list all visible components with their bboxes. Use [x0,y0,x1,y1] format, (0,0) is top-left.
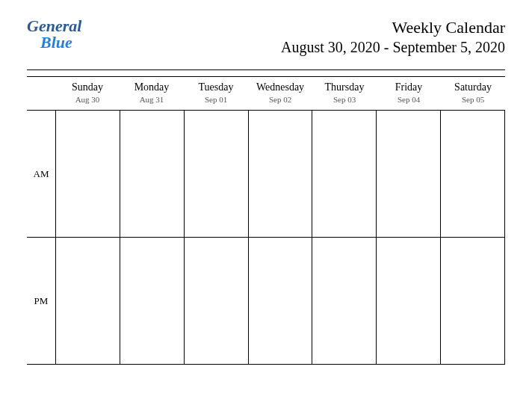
day-header: Tuesday Sep 01 [184,77,248,110]
cell-am-fri [377,111,441,238]
day-name: Sunday [55,81,120,93]
cell-am-mon [120,111,185,238]
cell-am-tue [185,111,249,238]
day-date: Aug 30 [55,95,120,104]
row-label-am: AM [27,111,55,238]
cell-am-sun [56,111,120,238]
day-date: Sep 02 [248,95,312,104]
day-date: Aug 31 [120,95,184,104]
day-header: Saturday Sep 05 [441,77,505,110]
header-divider [27,69,505,70]
day-name: Saturday [441,81,505,93]
day-name: Tuesday [184,81,248,93]
day-name: Friday [377,81,441,93]
cell-pm-sat [441,238,505,365]
title-block: Weekly Calendar August 30, 2020 - Septem… [281,18,505,56]
cell-pm-mon [120,238,185,365]
days-header: Sunday Aug 30 Monday Aug 31 Tuesday Sep … [27,77,505,110]
cell-pm-thu [312,238,377,365]
day-date: Sep 03 [312,95,377,104]
logo-general: General [27,18,81,34]
cell-am-thu [312,111,377,238]
row-label-pm: PM [27,238,55,364]
page-title: Weekly Calendar [281,18,505,37]
day-date: Sep 01 [184,95,248,104]
grid-cells [55,110,505,365]
day-header: Sunday Aug 30 [55,77,120,110]
calendar: Sunday Aug 30 Monday Aug 31 Tuesday Sep … [27,76,505,365]
cell-pm-tue [185,238,249,365]
cell-pm-fri [377,238,441,365]
day-date: Sep 04 [377,95,441,104]
day-header: Friday Sep 04 [377,77,441,110]
date-range: August 30, 2020 - September 5, 2020 [281,39,505,56]
grid-body: AM PM [27,110,505,365]
day-header: Thursday Sep 03 [312,77,377,110]
day-name: Thursday [312,81,377,93]
header-row: General Blue Weekly Calendar August 30, … [27,18,505,56]
day-header: Wednesday Sep 02 [248,77,312,110]
day-name: Wednesday [248,81,312,93]
logo-blue: Blue [40,34,81,51]
cell-pm-sun [56,238,120,365]
cell-pm-wed [249,238,313,365]
cell-am-sat [441,111,505,238]
day-name: Monday [120,81,184,93]
logo: General Blue [27,18,81,51]
row-labels: AM PM [27,110,55,365]
row-label-spacer [27,77,55,110]
day-date: Sep 05 [441,95,505,104]
day-header: Monday Aug 31 [120,77,184,110]
cell-am-wed [249,111,313,238]
